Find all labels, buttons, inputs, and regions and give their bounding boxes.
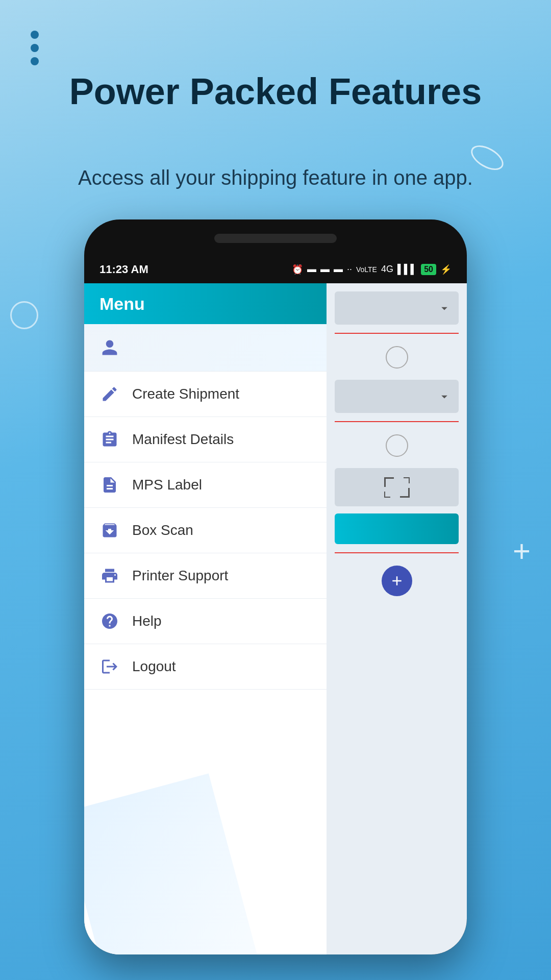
barcode-scan-icon: [384, 477, 410, 498]
menu-header: Menu: [84, 283, 327, 324]
chevron-down-icon: [437, 301, 452, 315]
rp-radio-1[interactable]: [386, 346, 408, 369]
status-bar: 11:23 AM ⏰ ▬ ▬ ▬ ·· VoLTE 4G ▌▌▌ 50 ⚡: [84, 255, 467, 283]
page-subtitle: Access all your shipping feature in one …: [0, 163, 551, 192]
menu-item-profile[interactable]: [84, 324, 327, 372]
rp-teal-bar: [335, 513, 459, 544]
app-content: Menu: [84, 283, 467, 954]
chevron-down-icon-2: [437, 389, 452, 404]
dot-1: [31, 31, 39, 39]
status-time: 11:23 AM: [99, 263, 148, 276]
battery-icon: 50: [421, 264, 436, 275]
mps-label-label: MPS Label: [132, 477, 202, 493]
msg-icon-2: ▬: [320, 264, 330, 275]
logout-icon-container: [98, 655, 121, 678]
more-options-menu[interactable]: [31, 31, 39, 65]
phone-mockup: 11:23 AM ⏰ ▬ ▬ ▬ ·· VoLTE 4G ▌▌▌ 50 ⚡ Me…: [84, 219, 467, 954]
rp-separator-3: [335, 552, 459, 553]
right-panel: [327, 283, 467, 954]
dot-2: [31, 44, 39, 52]
box-scan-icon-container: [98, 519, 121, 542]
clipboard-icon: [101, 430, 119, 449]
printer-support-label: Printer Support: [132, 568, 228, 584]
rp-separator-2: [335, 421, 459, 422]
fab-add-button[interactable]: [382, 566, 412, 596]
alarm-icon: ⏰: [292, 264, 303, 275]
menu-item-printer-support[interactable]: Printer Support: [84, 553, 327, 599]
rp-radio-2[interactable]: [386, 434, 408, 457]
menu-item-create-shipment[interactable]: Create Shipment: [84, 372, 327, 417]
rp-scan-box[interactable]: [335, 468, 459, 506]
create-shipment-icon-container: [98, 383, 121, 405]
question-icon: [101, 612, 119, 630]
logout-icon: [101, 657, 119, 676]
cube-icon: [101, 521, 119, 540]
circle-decoration: [10, 301, 38, 329]
edit-icon: [101, 385, 119, 403]
box-scan-label: Box Scan: [132, 522, 193, 538]
menu-item-manifest-details[interactable]: Manifest Details: [84, 417, 327, 462]
charging-icon: ⚡: [440, 264, 452, 275]
plus-icon: [389, 573, 405, 589]
mps-icon-container: [98, 474, 121, 496]
manifest-details-label: Manifest Details: [132, 431, 234, 448]
rp-separator-1: [335, 333, 459, 334]
phone-speaker: [214, 234, 337, 243]
lte-icon: VoLTE: [356, 265, 377, 274]
rp-dropdown-1[interactable]: [335, 291, 459, 325]
create-shipment-label: Create Shipment: [132, 386, 239, 402]
menu-item-mps-label[interactable]: MPS Label: [84, 462, 327, 508]
dots-icon: ··: [347, 264, 352, 275]
menu-items-list: Create Shipment Manifest Details: [84, 324, 327, 954]
help-icon-container: [98, 610, 121, 632]
signal-icon: ▌▌▌: [397, 264, 417, 275]
menu-item-help[interactable]: Help: [84, 599, 327, 644]
page-title: Power Packed Features: [0, 71, 551, 112]
msg-icon-3: ▬: [334, 264, 343, 275]
logout-label: Logout: [132, 658, 176, 675]
help-label: Help: [132, 613, 162, 629]
dot-3: [31, 57, 39, 65]
scan-corners-icon: [384, 477, 410, 498]
menu-panel: Menu: [84, 283, 327, 954]
status-icons: ⏰ ▬ ▬ ▬ ·· VoLTE 4G ▌▌▌ 50 ⚡: [292, 264, 452, 275]
rp-dropdown-2[interactable]: [335, 380, 459, 413]
manifest-icon-container: [98, 428, 121, 451]
printer-icon: [101, 567, 119, 585]
printer-icon-container: [98, 565, 121, 587]
profile-icon-container: [98, 336, 121, 359]
file-icon: [101, 476, 119, 494]
menu-item-box-scan[interactable]: Box Scan: [84, 508, 327, 553]
plus-decoration: +: [513, 536, 531, 567]
network-icon: 4G: [381, 264, 393, 275]
menu-item-logout[interactable]: Logout: [84, 644, 327, 690]
menu-header-title: Menu: [99, 294, 145, 314]
msg-icon-1: ▬: [307, 264, 316, 275]
person-icon: [101, 338, 119, 357]
